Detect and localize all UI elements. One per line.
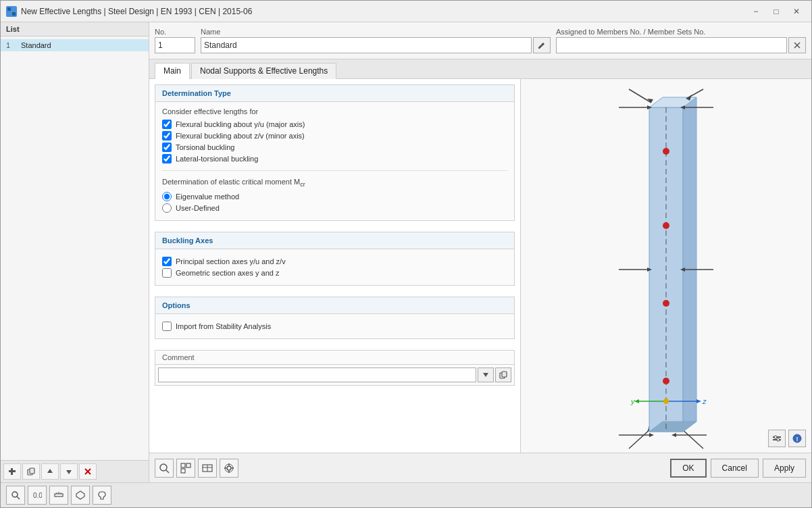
radio-user-defined: User-Defined [162,203,507,213]
svg-point-69 [227,466,231,470]
svg-point-35 [663,378,669,384]
viz-icon-group: ! [768,430,806,447]
checkbox-import-stability: Import from Stability Analysis [162,322,507,331]
footer-search-button[interactable] [6,486,25,505]
comment-copy-button[interactable] [495,367,511,382]
svg-point-54 [663,399,669,404]
left-panel: List 1 Standard [1,22,149,482]
ok-button[interactable]: OK [670,459,706,478]
name-field-group: Name [201,28,551,53]
checkbox-torsional: Torsional buckling [162,143,507,152]
elastic-label: Determination of elastic critical moment… [162,178,507,188]
buckling-axes-body: Principal section axes y/u and z/v Geome… [155,249,514,285]
torsional-checkbox[interactable] [162,143,172,152]
bottom-bar: OK Cancel Apply [149,453,811,482]
principal-checkbox[interactable] [162,257,172,266]
cancel-button[interactable]: Cancel [711,459,759,478]
geometric-checkbox[interactable] [162,268,172,278]
svg-point-58 [777,438,780,441]
lateral-torsional-checkbox[interactable] [162,154,172,163]
svg-line-76 [17,497,20,499]
add-item-button[interactable] [3,463,21,480]
buckling-axes-title: Buckling Axes [155,232,514,249]
delete-item-button[interactable] [79,463,97,480]
determination-body: Consider effective lengths for Flexural … [155,102,514,220]
tab-main[interactable]: Main [155,63,190,79]
counter-button[interactable] [176,459,195,478]
move-up-button[interactable] [41,463,59,480]
comment-input[interactable] [158,367,476,382]
visualization-panel: y z [521,79,811,453]
maximize-button[interactable]: □ [767,4,786,19]
options-section: Options Import from Stability Analysis [155,297,515,339]
comment-expand-button[interactable] [478,367,494,382]
name-edit-button[interactable] [533,37,551,53]
elastic-label-text: Determination of elastic critical moment… [162,178,300,186]
svg-rect-0 [7,7,11,11]
no-input[interactable] [155,37,195,53]
eigenvalue-label[interactable]: Eigenvalue method [176,193,239,201]
checkbox-principal: Principal section axes y/u and z/v [162,257,507,266]
svg-rect-2 [7,12,11,16]
name-label: Name [201,28,551,36]
assigned-input[interactable] [556,37,787,53]
list-item[interactable]: 1 Standard [1,39,149,51]
footer-model-button[interactable] [71,486,90,505]
svg-marker-82 [76,491,84,499]
import-stability-label[interactable]: Import from Stability Analysis [176,322,271,330]
svg-marker-28 [683,97,696,432]
lateral-torsional-label[interactable]: Lateral-torsional buckling [176,155,258,163]
principal-label[interactable]: Principal section axes y/u and z/v [176,257,286,265]
import-stability-checkbox[interactable] [162,322,172,331]
name-field-wrap [201,37,551,53]
svg-rect-63 [181,463,185,467]
svg-rect-7 [30,468,34,474]
footer-bar: 0.0 [1,482,811,507]
options-body: Import from Stability Analysis [155,314,514,338]
svg-marker-8 [47,469,53,473]
elastic-subscript: cr [300,181,305,188]
svg-rect-64 [186,463,191,467]
flex-zv-label[interactable]: Flexural buckling about z/v (minor axis) [176,132,305,140]
svg-text:0.0: 0.0 [33,492,42,499]
checkbox-geometric: Geometric section axes y and z [162,268,507,278]
move-down-button[interactable] [60,463,78,480]
copy-item-button[interactable] [22,463,40,480]
no-field-group: No. [155,28,195,53]
table-button[interactable] [198,459,217,478]
apply-button[interactable]: Apply [763,459,806,478]
svg-line-62 [166,470,169,473]
user-defined-label[interactable]: User-Defined [176,204,220,212]
determination-section: Determination Type Consider effective le… [155,84,515,221]
footer-measure-button[interactable] [49,486,68,505]
svg-rect-1 [12,7,16,11]
torsional-label[interactable]: Torsional buckling [176,143,234,151]
window-controls: − □ ✕ [746,4,806,19]
viz-info-button[interactable]: ! [788,430,806,447]
svg-point-33 [663,222,669,229]
dialog-buttons: OK Cancel Apply [670,459,806,478]
assigned-label: Assigned to Members No. / Member Sets No… [556,28,806,36]
comment-box: Comment [155,350,515,386]
zoom-button[interactable] [155,459,174,478]
close-button[interactable]: ✕ [787,4,806,19]
viz-settings-button[interactable] [768,430,786,447]
minimize-button[interactable]: − [746,4,765,19]
tab-nodal[interactable]: Nodal Supports & Effective Lengths [191,63,336,79]
tab-main-label: Main [163,66,181,76]
user-defined-radio[interactable] [162,203,172,213]
eigenvalue-radio[interactable] [162,192,172,201]
flex-zv-checkbox[interactable] [162,131,172,141]
name-input[interactable] [201,37,532,53]
footer-tools-button[interactable] [93,486,111,505]
svg-rect-65 [181,469,185,473]
bottom-left-tools [155,459,238,478]
column-visualization: y z [592,79,740,453]
footer-number-button[interactable]: 0.0 [28,486,47,505]
flex-yu-label[interactable]: Flexural buckling about y/u (major axis) [176,120,305,128]
assigned-clear-button[interactable] [788,37,806,53]
flex-yu-checkbox[interactable] [162,120,172,129]
comment-input-wrap [155,365,514,385]
geometric-label[interactable]: Geometric section axes y and z [176,269,279,277]
settings-button[interactable] [220,459,238,478]
